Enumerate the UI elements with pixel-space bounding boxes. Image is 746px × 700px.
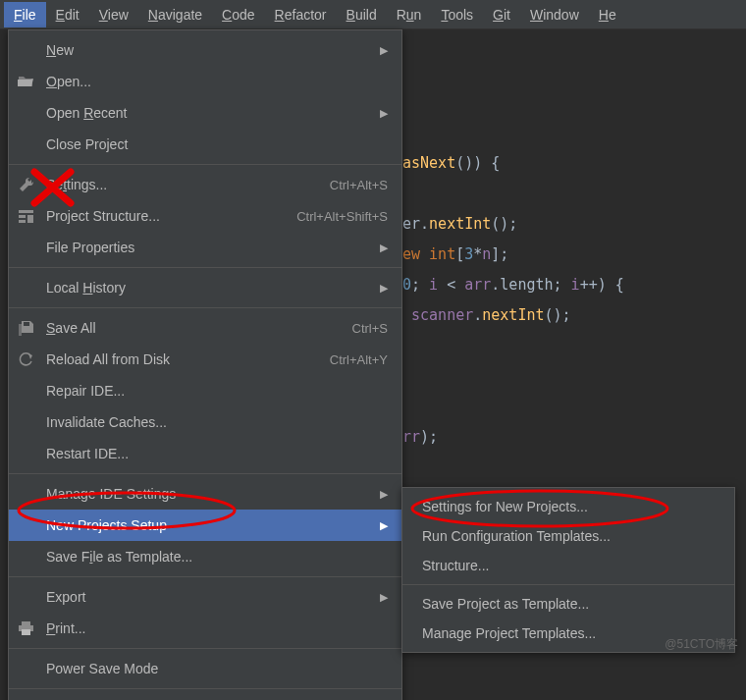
- menu-settings[interactable]: Settings... Ctrl+Alt+S: [9, 169, 401, 200]
- menu-local-history[interactable]: Local History ▶: [9, 272, 401, 303]
- menu-separator: [9, 164, 401, 165]
- menubar-tools[interactable]: Tools: [431, 2, 483, 27]
- code-token: asNext: [402, 154, 455, 172]
- menubar-window[interactable]: Window: [520, 2, 589, 27]
- menubar-navigate[interactable]: Navigate: [138, 2, 212, 27]
- menu-separator: [9, 307, 401, 308]
- svg-rect-7: [22, 629, 30, 635]
- svg-rect-4: [24, 322, 29, 326]
- menu-separator: [9, 267, 401, 268]
- menubar-help[interactable]: He: [589, 2, 626, 27]
- save-all-icon: [15, 321, 36, 336]
- code-line: ew int[3*n];: [402, 245, 508, 263]
- menu-export[interactable]: Export ▶: [9, 581, 401, 613]
- menu-power-save-mode[interactable]: Power Save Mode: [9, 653, 401, 684]
- menu-project-structure[interactable]: Project Structure... Ctrl+Alt+Shift+S: [9, 200, 401, 232]
- submenu-run-config-templates[interactable]: Run Configuration Templates...: [402, 521, 734, 551]
- menu-manage-ide-settings[interactable]: Manage IDE Settings ▶: [9, 478, 401, 510]
- menu-restart-ide[interactable]: Restart IDE...: [9, 438, 401, 469]
- shortcut-label: Ctrl+Alt+S: [330, 178, 388, 192]
- menu-save-all[interactable]: Save All Ctrl+S: [9, 312, 401, 344]
- code-line: er.nextInt();: [402, 215, 517, 233]
- menubar-run[interactable]: Run: [387, 2, 432, 27]
- chevron-right-icon: ▶: [380, 44, 388, 57]
- code-editor[interactable]: asNext()) { er.nextInt(); ew int[3*n]; 0…: [402, 118, 624, 453]
- menu-print[interactable]: Print...: [9, 613, 401, 644]
- svg-rect-1: [19, 215, 26, 218]
- menubar-edit[interactable]: Edit: [46, 2, 89, 27]
- svg-rect-2: [27, 215, 33, 223]
- menubar-file[interactable]: File: [4, 2, 46, 27]
- menu-new[interactable]: New ▶: [9, 34, 401, 66]
- shortcut-label: Ctrl+Alt+Shift+S: [296, 209, 388, 224]
- menubar-view[interactable]: View: [89, 2, 138, 27]
- menu-save-file-as-template[interactable]: Save File as Template...: [9, 541, 401, 572]
- chevron-right-icon: ▶: [380, 242, 388, 254]
- chevron-right-icon: ▶: [380, 282, 388, 295]
- watermark: @51CTO博客: [665, 636, 738, 653]
- shortcut-label: Ctrl+S: [352, 321, 388, 336]
- svg-rect-5: [22, 621, 30, 625]
- code-token: ()) {: [455, 154, 500, 172]
- project-structure-icon: [15, 210, 36, 223]
- submenu-save-project-template[interactable]: Save Project as Template...: [402, 589, 734, 619]
- code-line: rr);: [402, 428, 438, 446]
- menu-reload-all[interactable]: Reload All from Disk Ctrl+Alt+Y: [9, 344, 401, 375]
- menu-new-projects-setup[interactable]: New Projects Setup ▶: [9, 510, 401, 541]
- menubar-refactor[interactable]: Refactor: [265, 2, 337, 27]
- code-line: scanner.nextInt();: [402, 306, 571, 324]
- folder-open-icon: [15, 75, 36, 88]
- menu-open[interactable]: Open...: [9, 66, 401, 97]
- submenu-settings-new-projects[interactable]: Settings for New Projects...: [402, 492, 734, 521]
- submenu-structure[interactable]: Structure...: [402, 551, 734, 580]
- svg-rect-0: [19, 210, 33, 213]
- menu-separator: [9, 473, 401, 474]
- menu-open-recent[interactable]: Open Recent ▶: [9, 97, 401, 129]
- code-line: 0; i < arr.length; i++) {: [402, 276, 624, 294]
- menu-separator: [9, 648, 401, 649]
- file-menu: New ▶ Open... Open Recent ▶ Close Projec…: [8, 29, 402, 700]
- menubar-git[interactable]: Git: [483, 2, 520, 27]
- svg-rect-3: [19, 220, 26, 223]
- menu-close-project[interactable]: Close Project: [9, 129, 401, 160]
- menu-separator: [9, 688, 401, 689]
- menu-file-properties[interactable]: File Properties ▶: [9, 232, 401, 263]
- chevron-right-icon: ▶: [380, 488, 388, 501]
- print-icon: [15, 621, 36, 635]
- chevron-right-icon: ▶: [380, 107, 388, 120]
- menu-separator: [402, 584, 734, 585]
- menubar-build[interactable]: Build: [337, 2, 387, 27]
- menu-repair-ide[interactable]: Repair IDE...: [9, 375, 401, 406]
- menu-exit[interactable]: Exit: [9, 693, 401, 700]
- shortcut-label: Ctrl+Alt+Y: [330, 352, 388, 367]
- menubar-code[interactable]: Code: [212, 2, 264, 27]
- chevron-right-icon: ▶: [380, 519, 388, 532]
- new-projects-setup-submenu: Settings for New Projects... Run Configu…: [401, 487, 735, 653]
- reload-icon: [15, 352, 36, 367]
- menu-invalidate-caches[interactable]: Invalidate Caches...: [9, 406, 401, 438]
- menu-separator: [9, 576, 401, 577]
- wrench-icon: [15, 178, 36, 192]
- menubar: File Edit View Navigate Code Refactor Bu…: [0, 0, 746, 29]
- chevron-right-icon: ▶: [380, 591, 388, 604]
